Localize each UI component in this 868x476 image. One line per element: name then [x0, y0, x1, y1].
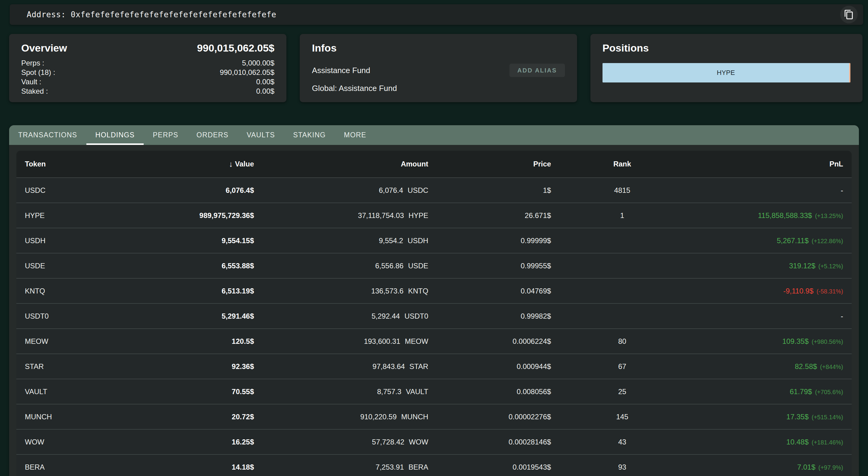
cell-value: 6,076.4$ [131, 186, 254, 195]
cell-token: USDE [25, 262, 131, 270]
pnl-percent: (+5.12%) [818, 263, 843, 270]
table-row[interactable]: HYPE 989,975,729.36$ 37,118,754.03 HYPE … [17, 203, 851, 228]
table-row[interactable]: MUNCH 20.72$ 910,220.59 MUNCH 0.00002276… [17, 404, 851, 429]
table-row[interactable]: USDC 6,076.4$ 6,076.4 USDC 1$ 4815 - [17, 177, 851, 203]
cell-rank: 25 [551, 387, 693, 396]
cell-value: 16.25$ [131, 438, 254, 446]
cell-pnl: -9,110.9$ (-58.31%) [693, 287, 843, 295]
cell-rank: 145 [551, 413, 693, 421]
overview-row-label: Staked : [21, 86, 48, 96]
overview-row-value: 990,010,062.05$ [220, 68, 274, 77]
column-header-token[interactable]: Token [25, 160, 131, 168]
address-bar: Address: 0xfefefefefefefefefefefefefefef… [10, 4, 863, 25]
tab[interactable]: STAKING [284, 125, 335, 145]
overview-row: Spot (18) : 990,010,062.05$ [21, 68, 274, 77]
pnl-percent: (+97.9%) [818, 464, 843, 471]
amount-symbol: USDT0 [404, 312, 428, 321]
cell-amount: 37,118,754.03 HYPE [254, 211, 428, 220]
column-header-price[interactable]: Price [428, 160, 551, 168]
cell-value: 70.55$ [131, 387, 254, 396]
copy-address-button[interactable] [840, 6, 858, 23]
table-row[interactable]: KNTQ 6,513.19$ 136,573.6 KNTQ 0.04769$ -… [17, 278, 851, 303]
pnl-value: 10.48$ [786, 438, 809, 446]
overview-row-value: 0.00$ [256, 77, 274, 86]
add-alias-button[interactable]: ADD ALIAS [509, 64, 565, 77]
cell-price: 0.99982$ [428, 312, 551, 321]
global-alias-text: Global: Assistance Fund [312, 84, 565, 93]
pnl-percent: (+515.14%) [812, 414, 843, 421]
cell-price: 0.99955$ [428, 262, 551, 270]
cell-token: VAULT [25, 387, 131, 396]
cell-token: HYPE [25, 211, 131, 220]
cell-token: USDH [25, 237, 131, 245]
position-segment[interactable]: HYPE [602, 63, 849, 83]
overview-rows: Perps : 5,000.00$ Spot (18) : 990,010,06… [21, 58, 274, 96]
sort-desc-icon: ↓ [229, 159, 233, 169]
cell-amount: 57,728.42 WOW [254, 438, 428, 446]
tab[interactable]: PERPS [144, 125, 187, 145]
table-row[interactable]: USDH 9,554.15$ 9,554.2 USDH 0.99999$ 5,2… [17, 228, 851, 253]
cell-value: 5,291.46$ [131, 312, 254, 321]
cell-value: 14.18$ [131, 463, 254, 472]
amount-symbol: HYPE [408, 211, 428, 220]
cell-pnl: 5,267.11$ (+122.86%) [693, 237, 843, 245]
tab[interactable]: TRANSACTIONS [9, 125, 86, 145]
cell-rank: 1 [551, 211, 693, 220]
column-header-value-label: Value [235, 160, 254, 168]
pnl-value: 319.12$ [789, 262, 815, 270]
address-label: Address: [27, 10, 66, 19]
cell-value: 92.36$ [131, 362, 254, 371]
cell-value: 6,553.88$ [131, 262, 254, 270]
cell-rank: 4815 [551, 186, 693, 195]
pnl-percent: (-58.31%) [816, 288, 843, 295]
tab[interactable]: HOLDINGS [86, 125, 144, 145]
table-row[interactable]: BERA 14.18$ 7,253.91 BERA 0.0019543$ 93 … [17, 454, 851, 476]
tab[interactable]: VAULTS [238, 125, 284, 145]
table-row[interactable]: STAR 92.36$ 97,843.64 STAR 0.000944$ 67 … [17, 354, 851, 379]
positions-title: Positions [602, 41, 649, 55]
table-row[interactable]: VAULT 70.55$ 8,757.3 VAULT 0.008056$ 25 … [17, 379, 851, 404]
holdings-table-body: USDC 6,076.4$ 6,076.4 USDC 1$ 4815 - HYP… [17, 177, 851, 476]
table-row[interactable]: WOW 16.25$ 57,728.42 WOW 0.00028146$ 43 … [17, 429, 851, 454]
column-header-amount[interactable]: Amount [254, 160, 428, 168]
cell-amount: 6,076.4 USDC [254, 186, 428, 195]
tab[interactable]: ORDERS [187, 125, 238, 145]
cell-amount: 6,556.86 USDE [254, 262, 428, 270]
cell-amount: 9,554.2 USDH [254, 237, 428, 245]
amount-number: 193,600.31 [364, 337, 400, 346]
cell-token: STAR [25, 362, 131, 371]
table-row[interactable]: MEOW 120.5$ 193,600.31 MEOW 0.0006224$ 8… [17, 328, 851, 354]
amount-symbol: WOW [409, 438, 428, 446]
summary-cards: Overview 990,015,062.05$ Perps : 5,000.0… [9, 34, 863, 102]
table-row[interactable]: USDT0 5,291.46$ 5,292.44 USDT0 0.99982$ … [17, 303, 851, 328]
column-header-value[interactable]: ↓ Value [131, 159, 254, 169]
column-header-rank[interactable]: Rank [551, 160, 693, 168]
cell-pnl: 61.79$ (+705.6%) [693, 387, 843, 396]
overview-total: 990,015,062.05$ [197, 41, 274, 55]
cell-value: 120.5$ [131, 337, 254, 346]
holdings-panel: TRANSACTIONS HOLDINGS PERPS ORDERS VAULT… [9, 125, 859, 476]
cell-value: 989,975,729.36$ [131, 211, 254, 220]
infos-title: Infos [312, 41, 336, 55]
cell-token: WOW [25, 438, 131, 446]
amount-symbol: MUNCH [401, 413, 428, 421]
pnl-value: 17.35$ [786, 413, 809, 421]
positions-card: Positions HYPE [590, 34, 863, 102]
cell-pnl: 115,858,588.33$ (+13.25%) [693, 211, 843, 220]
amount-symbol: USDC [408, 186, 428, 195]
cell-pnl: 109.35$ (+980.56%) [693, 337, 843, 346]
position-segment[interactable] [849, 63, 850, 83]
cell-price: 0.0006224$ [428, 337, 551, 346]
tab[interactable]: MORE [335, 125, 375, 145]
overview-card: Overview 990,015,062.05$ Perps : 5,000.0… [9, 34, 286, 102]
amount-number: 8,757.3 [377, 387, 401, 396]
overview-row: Staked : 0.00$ [21, 86, 274, 96]
table-row[interactable]: USDE 6,553.88$ 6,556.86 USDE 0.99955$ 31… [17, 253, 851, 278]
cell-amount: 7,253.91 BERA [254, 463, 428, 472]
cell-token: USDT0 [25, 312, 131, 321]
cell-rank: 80 [551, 337, 693, 346]
cell-rank: 43 [551, 438, 693, 446]
column-header-pnl[interactable]: PnL [693, 160, 843, 168]
amount-symbol: USDE [408, 262, 428, 270]
overview-row-value: 0.00$ [256, 86, 274, 96]
